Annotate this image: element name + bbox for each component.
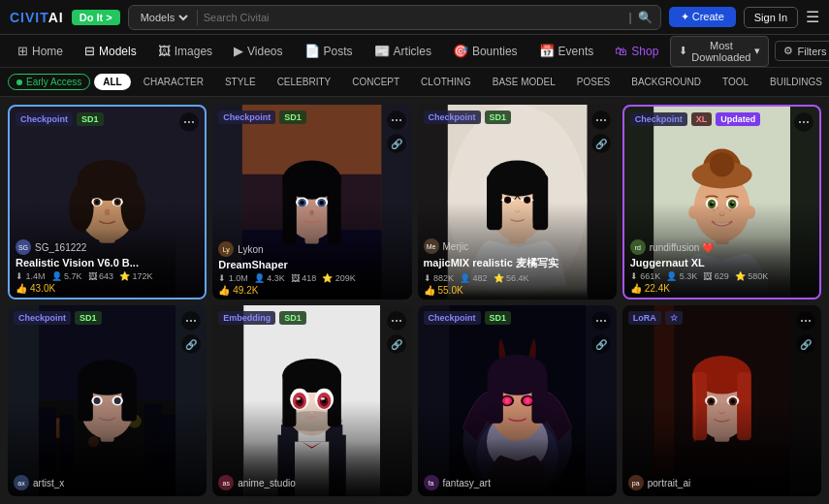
avatar: SG (16, 239, 31, 255)
model-card-6[interactable]: Embedding SD1 ⋯ 🔗 as anime_studio (212, 305, 411, 496)
sort-chevron: ▾ (754, 45, 760, 57)
tag-background[interactable]: BACKGROUND (622, 74, 710, 90)
model-card-3[interactable]: Checkpoint SD1 ⋯ 🔗 Me Merjic majicMIX re… (418, 105, 617, 299)
search-btn-icon[interactable]: 🔍 (638, 11, 653, 24)
tag-buildings[interactable]: BUILDINGS (761, 74, 829, 90)
tag-style[interactable]: STYLE (216, 74, 265, 90)
top-right: ✦ Create Sign In ☰ (669, 7, 819, 28)
username: portrait_ai (648, 478, 690, 488)
avatar: fa (424, 475, 439, 490)
username: rundiffusion ❤️ (650, 242, 714, 253)
nav-articles[interactable]: 📰 Articles (365, 40, 441, 62)
card-badges: Embedding SD1 (218, 311, 306, 325)
posts-icon: 📄 (304, 44, 320, 58)
model-card-5[interactable]: Checkpoint SD1 ⋯ 🔗 ax artist_x (8, 305, 207, 496)
nav-home[interactable]: ⊞ Home (8, 40, 73, 62)
card-user: rd rundiffusion ❤️ (630, 239, 813, 255)
username: SG_161222 (35, 242, 86, 253)
tag-base-model[interactable]: BASE MODEL (484, 74, 564, 90)
card-stats: ⬇ 882K 👤 482 ⭐ 56.4K (424, 273, 611, 283)
type-badge: LoRA (628, 311, 661, 325)
tag-celebrity[interactable]: CELEBRITY (269, 74, 340, 90)
filter-button[interactable]: ⚙ Filters (775, 41, 829, 61)
bounties-icon: 🎯 (453, 44, 468, 58)
tag-all[interactable]: ALL (94, 74, 130, 90)
nav-events[interactable]: 📅 Events (529, 40, 604, 62)
model-grid: Checkpoint SD1 ⋯ SG SG_161222 Realistic … (0, 97, 829, 504)
nav-home-label: Home (32, 45, 63, 58)
like-icon: 👍 (218, 285, 230, 296)
nav-posts[interactable]: 📄 Posts (295, 40, 363, 62)
card-overlay (622, 305, 821, 496)
nav-videos[interactable]: ▶ Videos (224, 40, 292, 62)
model-card-8[interactable]: LoRA ☆ ⋯ 🔗 pa portrait_ai (622, 305, 821, 496)
card-user: as anime_studio (218, 475, 405, 490)
tag-character[interactable]: CHARACTER (135, 74, 212, 90)
card-stats: ⬇ 1.4M 👤 5.7K 🖼 643 ⭐ 172K (16, 271, 199, 281)
nav-models[interactable]: ⊟ Models (75, 40, 146, 62)
model-card-7[interactable]: Checkpoint SD1 ⋯ 🔗 fa fantasy_art (418, 305, 617, 496)
filter-tags-bar: Early Access ALL CHARACTER STYLE CELEBRI… (0, 68, 829, 97)
model-card-2[interactable]: Checkpoint SD1 ⋯ 🔗 Ly Lykon DreamShaper … (212, 105, 411, 299)
card-menu-button[interactable]: ⋯ (591, 110, 611, 130)
top-bar: CIVITAI Do It > Models | 🔍 ✦ Create Sign… (0, 0, 829, 35)
type-badge: Checkpoint (630, 112, 687, 126)
stat-images: 🖼 418 (291, 273, 317, 283)
card-stats: ⬇ 661K 👤 5.3K 🖼 629 ⭐ 580K (630, 271, 813, 281)
early-access-tag[interactable]: Early Access (8, 74, 90, 90)
card-link-button[interactable]: 🔗 (387, 134, 406, 153)
like-icon: 👍 (630, 283, 642, 294)
card-link-button[interactable]: 🔗 (591, 134, 611, 153)
card-likes: 👍 22.4K (630, 283, 813, 294)
stat-downloads: ⬇ 661K (630, 271, 661, 281)
card-likes: 👍 43.0K (16, 283, 199, 294)
like-count: 55.0K (438, 285, 463, 296)
sort-label: Most Downloaded (691, 40, 750, 63)
tag-clothing[interactable]: CLOTHING (412, 74, 480, 90)
tag-poses[interactable]: POSES (568, 74, 619, 90)
stat-images: 🖼 643 (88, 271, 114, 281)
card-menu-button[interactable]: ⋯ (591, 311, 611, 331)
updated-badge: Updated (716, 112, 760, 126)
do-it-button[interactable]: Do It > (72, 10, 120, 25)
card-user: Ly Lykon (218, 241, 405, 257)
tag-concept[interactable]: CONCEPT (343, 74, 408, 90)
nav-right: ⬇ Most Downloaded ▾ ⚙ Filters (670, 36, 829, 67)
sort-button[interactable]: ⬇ Most Downloaded ▾ (670, 36, 769, 67)
create-button[interactable]: ✦ Create (669, 7, 736, 27)
early-dot (16, 79, 22, 85)
tag-tool[interactable]: TOOL (714, 74, 757, 90)
menu-icon[interactable]: ☰ (806, 8, 819, 26)
card-info: fa fantasy_art (418, 471, 617, 496)
card-overlay (8, 305, 207, 496)
sign-in-button[interactable]: Sign In (744, 7, 798, 28)
card-link-button[interactable]: 🔗 (591, 334, 611, 354)
card-badges: LoRA ☆ (628, 311, 683, 325)
avatar: Me (424, 238, 439, 254)
username: fantasy_art (443, 478, 491, 488)
early-access-label: Early Access (26, 77, 81, 87)
type-badge: Checkpoint (14, 311, 71, 325)
type-badge: Checkpoint (424, 110, 481, 124)
models-dropdown[interactable]: Models (137, 11, 191, 24)
star-badge: ☆ (665, 311, 683, 325)
search-input[interactable] (204, 12, 623, 23)
card-menu-button[interactable]: ⋯ (387, 110, 406, 130)
articles-icon: 📰 (374, 44, 390, 58)
nav-images[interactable]: 🖼 Images (148, 40, 222, 62)
card-menu-button[interactable]: ⋯ (796, 311, 815, 331)
card-stats: ⬇ 1.0M 👤 4.3K 🖼 418 ⭐ 209K (218, 273, 405, 283)
card-link-button[interactable]: 🔗 (796, 334, 815, 354)
model-card-4[interactable]: Checkpoint XL Updated ⋯ rd rundiffusion … (622, 105, 821, 299)
model-card-1[interactable]: Checkpoint SD1 ⋯ SG SG_161222 Realistic … (8, 105, 207, 299)
stat-downloads: ⬇ 882K (424, 273, 455, 283)
card-menu-button[interactable]: ⋯ (794, 112, 813, 132)
version-badge: SD1 (485, 311, 512, 325)
nav-posts-label: Posts (324, 45, 353, 58)
card-title: Juggernaut XL (630, 257, 813, 268)
nav-shop[interactable]: 🛍 Shop (605, 40, 668, 62)
card-link-button[interactable]: 🔗 (387, 334, 406, 354)
nav-bounties[interactable]: 🎯 Bounties (443, 40, 527, 62)
card-menu-button[interactable]: ⋯ (387, 311, 406, 331)
filter-icon: ⚙ (783, 45, 793, 57)
